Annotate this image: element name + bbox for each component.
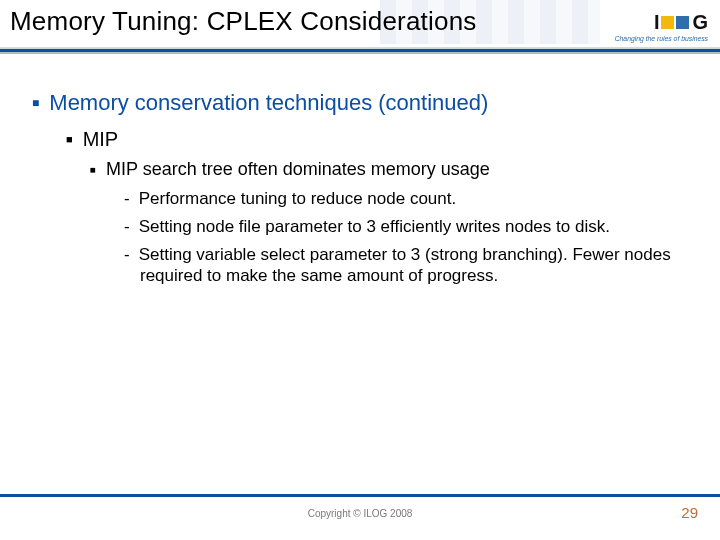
bullet-level4: Setting node file parameter to 3 efficie… bbox=[124, 216, 692, 238]
logo-letter-g: G bbox=[692, 11, 708, 34]
logo-letter-i: I bbox=[654, 11, 660, 34]
slide-title: Memory Tuning: CPLEX Considerations bbox=[10, 6, 477, 37]
bullet-level2: MIP bbox=[66, 128, 692, 151]
page-number: 29 bbox=[681, 504, 698, 521]
content: Memory conservation techniques (continue… bbox=[0, 80, 720, 293]
footer-rule bbox=[0, 494, 720, 497]
bullet-level3: MIP search tree often dominates memory u… bbox=[90, 159, 692, 180]
logo-tagline: Changing the rules of business bbox=[615, 35, 708, 42]
ilog-logo: I G Changing the rules of business bbox=[608, 4, 708, 48]
slide: Memory Tuning: CPLEX Considerations I G … bbox=[0, 0, 720, 540]
bullet-level1: Memory conservation techniques (continue… bbox=[32, 90, 692, 116]
bullet-level4: Performance tuning to reduce node count. bbox=[124, 188, 692, 210]
logo-square-blue-icon bbox=[676, 16, 689, 29]
header: Memory Tuning: CPLEX Considerations I G … bbox=[0, 0, 720, 56]
logo-square-yellow-icon bbox=[661, 16, 674, 29]
footer: Copyright © ILOG 2008 29 bbox=[0, 494, 720, 540]
header-rule-inner bbox=[0, 49, 720, 52]
logo-mark: I G bbox=[654, 11, 708, 34]
bullet-level4: Setting variable select parameter to 3 (… bbox=[124, 244, 692, 288]
copyright-text: Copyright © ILOG 2008 bbox=[0, 508, 720, 519]
